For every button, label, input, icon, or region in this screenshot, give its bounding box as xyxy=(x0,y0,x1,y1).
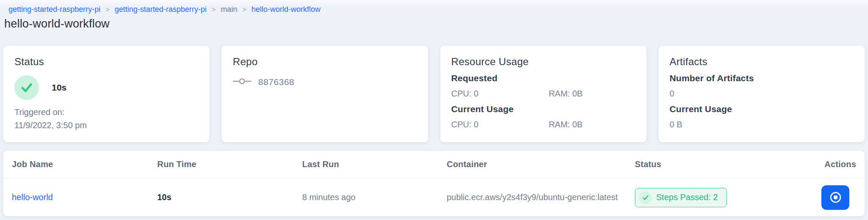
jobs-table: Job Name Run Time Last Run Container Sta… xyxy=(3,151,865,216)
header-status: Status xyxy=(635,160,821,169)
triggered-timestamp: 11/9/2022, 3:50 pm xyxy=(14,119,198,132)
triggered-label: Triggered on: xyxy=(14,106,198,119)
status-result: 10s xyxy=(14,75,198,100)
jobs-table-header: Job Name Run Time Last Run Container Sta… xyxy=(3,151,865,179)
current-cpu: CPU: 0 xyxy=(451,120,549,129)
stop-circle-icon xyxy=(829,191,842,204)
commit-row: 8876368 xyxy=(233,77,417,87)
job-last-run: 8 minutes ago xyxy=(302,192,447,202)
artifact-count-label: Number of Artifacts xyxy=(670,73,854,83)
current-usage-row: CPU: 0 RAM: 0B xyxy=(451,120,635,129)
breadcrumb-branch: main xyxy=(221,5,237,14)
summary-cards: Status 10s Triggered on: 11/9/2022, 3:50… xyxy=(3,46,865,136)
workflow-duration: 10s xyxy=(52,82,67,93)
breadcrumb-org-link[interactable]: getting-started-raspberry-pi xyxy=(8,5,100,14)
header-run-time: Run Time xyxy=(157,160,302,169)
artifacts-card-title: Artifacts xyxy=(670,56,854,68)
artifact-usage-label: Current Usage xyxy=(670,104,854,114)
resource-usage-card: Resource Usage Requested CPU: 0 RAM: 0B … xyxy=(440,46,646,142)
row-actions xyxy=(821,185,862,210)
status-badge-label: Steps Passed: 2 xyxy=(656,192,718,202)
requested-label: Requested xyxy=(451,73,635,83)
artifacts-card: Artifacts Number of Artifacts 0 Current … xyxy=(659,46,865,142)
resource-usage-title: Resource Usage xyxy=(451,56,635,68)
job-container: public.ecr.aws/y2s4f3y9/ubuntu-generic:l… xyxy=(447,192,635,202)
requested-usage-row: CPU: 0 RAM: 0B xyxy=(451,89,635,99)
header-job-name: Job Name xyxy=(12,160,157,169)
page-title: hello-world-workflow xyxy=(4,17,860,30)
header-last-run: Last Run xyxy=(302,160,447,169)
requested-ram: RAM: 0B xyxy=(549,89,635,99)
breadcrumb-workflow-link[interactable]: hello-world-workflow xyxy=(251,5,320,14)
status-card: Status 10s Triggered on: 11/9/2022, 3:50… xyxy=(3,46,209,142)
page-header: getting-started-raspberry-pi > getting-s… xyxy=(0,0,868,30)
breadcrumb-separator: > xyxy=(106,6,109,14)
repo-card: Repo 8876368 xyxy=(222,46,428,142)
table-row: hello-world 10s 8 minutes ago public.ecr… xyxy=(3,179,865,216)
current-usage-label: Current Usage xyxy=(451,104,635,114)
job-run-time: 10s xyxy=(157,192,302,202)
header-container: Container xyxy=(447,160,635,169)
artifact-count: 0 xyxy=(670,89,854,99)
requested-cpu: CPU: 0 xyxy=(451,89,549,99)
repo-card-title: Repo xyxy=(233,56,417,68)
current-ram: RAM: 0B xyxy=(549,120,635,129)
status-badge: Steps Passed: 2 xyxy=(635,188,727,207)
breadcrumb-separator: > xyxy=(242,6,246,14)
success-check-icon xyxy=(14,75,39,100)
artifact-usage: 0 B xyxy=(670,120,854,129)
breadcrumb-separator: > xyxy=(212,6,216,14)
breadcrumb-repo-link[interactable]: getting-started-raspberry-pi xyxy=(114,5,206,14)
commit-hash: 8876368 xyxy=(258,77,294,87)
status-card-title: Status xyxy=(14,56,198,68)
breadcrumb: getting-started-raspberry-pi > getting-s… xyxy=(8,5,860,14)
triggered-info: Triggered on: 11/9/2022, 3:50 pm xyxy=(14,106,198,132)
git-commit-icon xyxy=(233,78,251,86)
job-name-link[interactable]: hello-world xyxy=(12,192,157,202)
stop-job-button[interactable] xyxy=(821,185,849,210)
header-actions: Actions xyxy=(824,160,856,169)
badge-check-icon xyxy=(639,191,652,204)
